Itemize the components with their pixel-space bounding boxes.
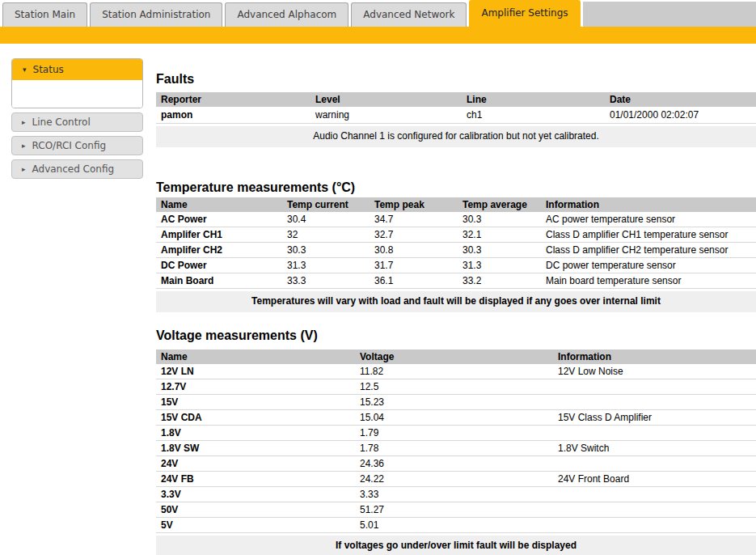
voltage-info: 15V Class D Amplifier [553,410,756,425]
sidebar-item-label: Status [33,64,64,75]
temp-average: 30.3 [458,243,541,257]
temp-average: 32.1 [458,227,541,242]
voltage-value: 3.33 [355,487,553,502]
temp-info: DC power temperature sensor [541,258,756,273]
sidebar-item-advanced-config[interactable]: ▸ Advanced Config [11,159,143,179]
column-header-line: Line [462,92,605,107]
table-row: Main Board 33.3 36.1 33.2 Main board tem… [156,273,756,289]
content-layout: ▾ Status ▸ Line Control ▸ RCO/RCI Config… [0,44,756,555]
voltage-name: 3.3V [156,487,355,502]
temp-peak: 30.8 [370,243,458,257]
column-header-voltage: Voltage [355,350,553,364]
voltage-name: 24V FB [156,472,355,486]
column-header-information: Information [541,197,756,212]
page: Station Main Station Administration Adva… [0,0,756,555]
voltage-info [553,487,756,502]
voltage-info [553,426,756,440]
accent-bar [0,27,756,44]
column-header-date: Date [605,92,756,107]
temp-average: 33.2 [458,273,541,288]
temp-peak: 31.7 [370,258,458,273]
sidebar-item-rco-rci-config[interactable]: ▸ RCO/RCI Config [11,136,143,155]
column-header-temp-current: Temp current [282,197,370,212]
tab-station-administration[interactable]: Station Administration [90,2,222,27]
temp-average: 31.3 [458,258,541,273]
temperature-heading: Temperature measurements (°C) [156,180,756,195]
voltage-name: 15V [156,395,355,409]
column-header-temp-peak: Temp peak [370,197,458,212]
sidebar-item-line-control[interactable]: ▸ Line Control [11,112,143,132]
voltage-info: 12V Low Noise [553,364,756,379]
voltage-value: 1.78 [355,441,553,455]
voltage-info [553,395,756,409]
temp-name: AC Power [156,212,282,227]
voltage-name: 12.7V [156,379,355,394]
temp-info: Class D amplifier CH1 temperature sensor [541,227,756,242]
voltage-name: 15V CDA [156,410,355,425]
voltage-value: 24.22 [355,472,553,486]
table-row: 15V CDA 15.04 15V Class D Amplifier [156,410,756,426]
fault-date: 01/01/2000 02:02:07 [605,107,756,123]
sidebar-item-label: Advanced Config [32,163,115,175]
faults-heading: Faults [156,72,756,87]
tab-bar-filler [583,2,756,27]
column-header-reporter: Reporter [156,92,310,107]
voltage-name: 24V [156,456,355,471]
triangle-down-icon: ▾ [23,66,27,74]
table-row: pamon warning ch1 01/01/2000 02:02:07 [156,107,756,124]
table-row: AC Power 30.4 34.7 30.3 AC power tempera… [156,212,756,227]
sidebar-item-label: Line Control [32,117,91,128]
voltage-heading: Voltage measurements (V) [156,328,756,343]
table-row: Amplifer CH2 30.3 30.8 30.3 Class D ampl… [156,243,756,258]
temp-info: AC power temperature sensor [541,212,756,227]
tab-advanced-alphacom[interactable]: Advanced Alphacom [225,2,348,27]
voltage-value: 51.27 [355,502,553,517]
fault-message: Audio Channel 1 is configured for calibr… [156,126,756,147]
tab-bar: Station Main Station Administration Adva… [0,0,756,27]
voltage-table-header-row: Name Voltage Information [156,350,756,364]
temperature-note: Temperatures will vary with load and fau… [156,291,756,312]
sidebar: ▾ Status ▸ Line Control ▸ RCO/RCI Config… [11,58,143,179]
temp-name: DC Power [156,258,282,273]
table-row: 1.8V SW 1.78 1.8V Switch [156,441,756,456]
tab-amplifier-settings[interactable]: Amplifier Settings [469,0,580,27]
table-row: 24V FB 24.22 24V Front Board [156,472,756,487]
column-header-name: Name [156,197,282,212]
voltage-name: 50V [156,502,355,517]
column-header-information: Information [553,350,756,364]
table-row: 24V 24.36 [156,456,756,472]
main-content: Faults Reporter Level Line Date pamon wa… [156,44,756,555]
temp-peak: 32.7 [370,227,458,242]
sidebar-item-label: RCO/RCI Config [32,140,107,151]
table-row: Amplifer CH1 32 32.7 32.1 Class D amplif… [156,227,756,243]
temp-info: Class D amplifier CH2 temperature sensor [541,243,756,257]
tab-station-main[interactable]: Station Main [2,2,87,27]
voltage-info [553,456,756,471]
temp-name: Main Board [156,273,282,288]
voltage-value: 11.82 [355,364,553,379]
fault-line: ch1 [462,107,605,123]
tab-advanced-network[interactable]: Advanced Network [351,2,467,27]
temp-current: 33.3 [282,273,370,288]
voltage-value: 12.5 [355,379,553,394]
table-row: 50V 51.27 [156,502,756,518]
temp-info: Main board temperature sensor [541,273,756,288]
voltage-info [553,502,756,517]
column-header-name: Name [156,350,355,364]
triangle-right-icon: ▸ [22,142,26,150]
column-header-temp-average: Temp average [458,197,541,212]
temp-peak: 36.1 [370,273,458,288]
voltage-name: 1.8V SW [156,441,355,455]
column-header-level: Level [310,92,462,107]
triangle-right-icon: ▸ [22,166,26,173]
voltage-note: If voltages go under/over limit fault wi… [156,536,756,555]
voltage-value: 15.23 [355,395,553,409]
table-row: DC Power 31.3 31.7 31.3 DC power tempera… [156,258,756,273]
voltage-info [553,379,756,394]
voltage-info: 24V Front Board [553,472,756,486]
table-row: 3.3V 3.33 [156,487,756,502]
temperature-table: Name Temp current Temp peak Temp average… [156,197,756,312]
voltage-value: 15.04 [355,410,553,425]
sidebar-item-status[interactable]: ▾ Status [12,59,142,80]
temp-current: 32 [282,227,370,242]
